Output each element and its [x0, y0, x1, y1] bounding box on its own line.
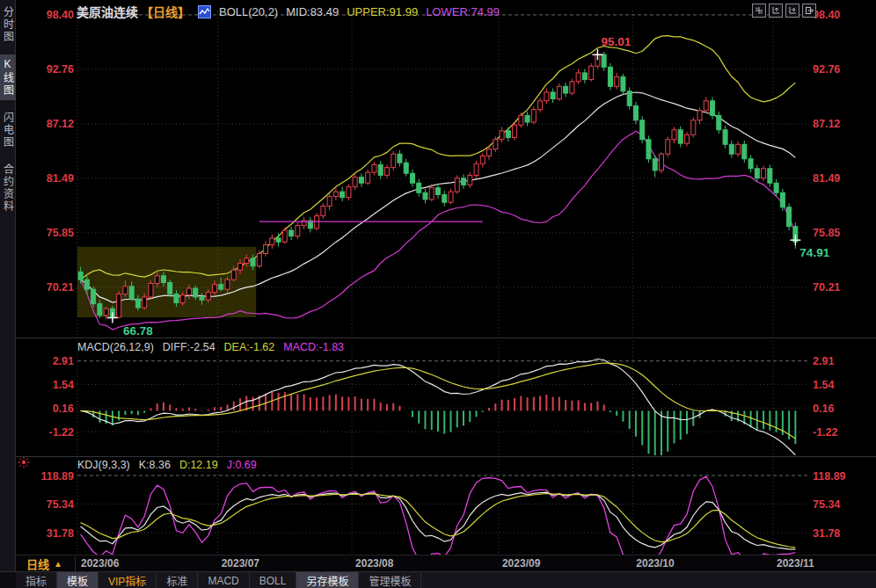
svg-text:0.16: 0.16 — [53, 403, 74, 415]
svg-text:118.89: 118.89 — [813, 470, 846, 483]
x-axis-date-label: 2023/11 — [777, 557, 814, 570]
kdj-pane-header: KDJ(9,3,3) K:8.36 D:12.19 J:0.69 — [77, 459, 257, 471]
svg-text:118.89: 118.89 — [40, 470, 74, 483]
y-axis-scale-icon[interactable] — [769, 4, 783, 18]
svg-text:75.34: 75.34 — [47, 498, 74, 511]
toolbar-item[interactable]: 指标 — [16, 572, 57, 588]
x-axis-date-label: 2023/10 — [636, 557, 674, 570]
kline-chart-window: 98.4098.4092.7692.7687.1287.1281.4981.49… — [0, 0, 876, 588]
toolbar-item[interactable]: MACD — [198, 572, 249, 588]
x-axis-date-label: 2023/09 — [502, 557, 540, 570]
macd-diff-value: DIFF:-2.54 — [163, 341, 215, 353]
svg-text:75.85: 75.85 — [47, 227, 74, 239]
boll-indicator-label: BOLL(20,2) — [219, 5, 278, 18]
svg-text:31.78: 31.78 — [47, 527, 74, 540]
toolbar-item[interactable]: BOLL — [250, 572, 297, 588]
svg-text:2.91: 2.91 — [53, 355, 74, 367]
crosshair-move-icon[interactable] — [752, 4, 766, 18]
svg-text:87.12: 87.12 — [47, 118, 74, 130]
chart-title-bar: 美原油连续 【日线】 BOLL(20,2) MID:83.49 UPPER:91… — [77, 3, 500, 20]
svg-text:98.40: 98.40 — [813, 9, 840, 21]
svg-text:1.54: 1.54 — [813, 379, 834, 391]
bottom-toolbar: 指标模板VIP指标标准MACDBOLL另存模板管理模板 — [16, 571, 876, 588]
svg-text:75.34: 75.34 — [813, 498, 840, 511]
toolbar-item[interactable]: 另存模板 — [296, 572, 359, 588]
sidebar-tab[interactable]: K线图 — [0, 54, 16, 100]
kdj-j-value: J:0.69 — [227, 459, 257, 471]
kdj-d-value: D:12.19 — [179, 459, 218, 471]
boll-lower-value: LOWER:74.99 — [426, 5, 500, 18]
svg-text:-1.22: -1.22 — [49, 426, 75, 439]
period-dropdown-arrow: ▲ — [54, 559, 62, 569]
sidebar-tab[interactable]: 合约资料 — [0, 160, 16, 216]
svg-text:0.16: 0.16 — [813, 403, 834, 415]
x-axis-scale-icon[interactable] — [785, 4, 799, 18]
svg-text:66.78: 66.78 — [123, 324, 153, 338]
sidebar-tab[interactable]: 分时图 — [0, 3, 16, 47]
symbol-name: 美原油连续 — [77, 3, 138, 20]
indicator-chart-icon — [198, 5, 211, 18]
toolbar-item[interactable]: VIP指标 — [99, 572, 157, 588]
svg-text:98.40: 98.40 — [47, 9, 74, 21]
kdj-indicator-label: KDJ(9,3,3) — [77, 459, 130, 471]
macd-macd-value: MACD:-1.83 — [283, 341, 344, 353]
period-label: 日线 — [26, 555, 49, 572]
kdj-k-value: K:8.36 — [139, 459, 171, 471]
svg-text:92.76: 92.76 — [813, 63, 840, 76]
svg-text:81.49: 81.49 — [813, 172, 840, 185]
macd-pane-header: MACD(26,12,9) DIFF:-2.54 DEA:-1.62 MACD:… — [77, 341, 344, 353]
boll-upper-value: UPPER:91.99 — [347, 5, 418, 18]
sidebar-tab[interactable]: 闪电图 — [0, 108, 16, 152]
pane-settings-sun-icon[interactable] — [18, 456, 30, 472]
svg-text:-1.22: -1.22 — [813, 426, 838, 439]
period-selector[interactable]: 日线 ▲ — [25, 556, 76, 571]
period-tag: 【日线】 — [141, 3, 190, 20]
sidebar: 分时图K线图闪电图合约资料 — [0, 0, 16, 588]
x-axis-date-label: 2023/06 — [81, 557, 119, 570]
svg-text:92.76: 92.76 — [47, 63, 74, 76]
toolbar-item[interactable]: 管理模板 — [359, 572, 421, 588]
x-axis-date-label: 2023/08 — [355, 557, 393, 570]
svg-text:2.91: 2.91 — [813, 355, 834, 367]
chart-tool-icons — [752, 4, 816, 18]
svg-text:74.91: 74.91 — [799, 246, 829, 259]
x-axis-row: 日线 ▲ 2023/062023/072023/082023/092023/10… — [16, 555, 876, 572]
boll-mid-value: MID:83.49 — [286, 5, 339, 18]
svg-text:95.01: 95.01 — [601, 35, 631, 48]
svg-text:81.49: 81.49 — [47, 172, 74, 185]
chart-canvas[interactable]: 98.4098.4092.7692.7687.1287.1281.4981.49… — [0, 0, 876, 588]
x-axis-date-label: 2023/07 — [222, 557, 259, 570]
svg-text:75.85: 75.85 — [813, 227, 840, 239]
svg-text:87.12: 87.12 — [813, 118, 840, 130]
svg-text:70.21: 70.21 — [47, 281, 74, 294]
toolbar-corner-box — [0, 571, 16, 588]
svg-text:70.21: 70.21 — [813, 281, 840, 294]
macd-indicator-label: MACD(26,12,9) — [77, 341, 154, 353]
svg-text:31.78: 31.78 — [813, 527, 840, 540]
macd-dea-value: DEA:-1.62 — [224, 341, 275, 353]
toolbar-item[interactable]: 标准 — [157, 572, 198, 588]
svg-text:1.54: 1.54 — [53, 379, 74, 391]
toolbar-item[interactable]: 模板 — [57, 572, 99, 588]
exit-chart-icon[interactable] — [802, 4, 816, 18]
